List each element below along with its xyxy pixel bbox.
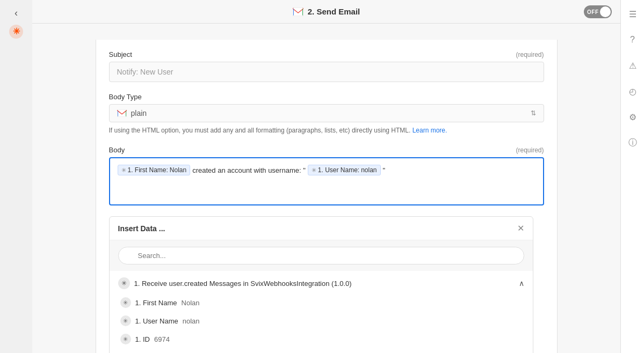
show-all-options-link[interactable]: Show all options (118, 348, 173, 353)
warning-icon[interactable]: ⚠ (625, 58, 640, 73)
close-icon[interactable]: ✕ (517, 223, 524, 233)
body-label: Body (109, 146, 125, 154)
item-key-3: 1. ID (135, 335, 150, 343)
item-key-1: 1. First Name (135, 299, 177, 307)
body-type-label-row: Body Type (109, 93, 544, 101)
body-type-help: If using the HTML option, you must add a… (109, 126, 544, 135)
search-box-wrap: 🔍 (110, 240, 533, 271)
toggle-knob (600, 6, 611, 17)
item-asterisk-1: ✳ (120, 297, 131, 308)
item-value-2: nolan (183, 317, 200, 325)
item-value-1: Nolan (182, 299, 200, 307)
insert-data-panel: Insert Data ... ✕ 🔍 ✳ 1. Receive user.cr… (109, 216, 533, 353)
body-label-row: Body (required) (109, 146, 544, 154)
data-item-id[interactable]: ✳ 1. ID 6974 (118, 330, 524, 348)
item-asterisk-3: ✳ (120, 334, 131, 344)
body-type-field: Body Type plain ⇅ If using the HTML opti… (109, 93, 544, 135)
header-title-area: 2. Send Email (293, 7, 360, 16)
main-content: 2. Send Email OFF Subject (required) Not… (32, 0, 620, 353)
body-end-text: " (383, 166, 386, 174)
item-key-2: 1. User Name (135, 317, 178, 325)
info-icon[interactable]: ⓘ (625, 135, 640, 150)
subject-placeholder: Notify: New User (117, 68, 173, 76)
data-section-title: ✳ 1. Receive user.created Messages in Sv… (118, 277, 352, 289)
data-item-username[interactable]: ✳ 1. User Name nolan (118, 312, 524, 330)
first-name-token: ✳ 1. First Name: Nolan (118, 165, 191, 175)
token2-asterisk: ✳ (312, 167, 316, 174)
toggle-switch[interactable]: OFF (584, 5, 612, 18)
search-input[interactable] (118, 247, 524, 264)
body-textarea[interactable]: ✳ 1. First Name: Nolan created an accoun… (109, 157, 544, 205)
data-section: ✳ 1. Receive user.created Messages in Sv… (110, 271, 533, 353)
page-title: 2. Send Email (308, 7, 360, 16)
subject-input[interactable]: Notify: New User (109, 62, 544, 82)
username-token: ✳ 1. User Name: nolan (308, 165, 381, 175)
subject-required: (required) (516, 51, 544, 58)
select-arrows-icon: ⇅ (531, 109, 536, 117)
insert-data-header: Insert Data ... ✕ (110, 217, 533, 240)
form-area: Subject (required) Notify: New User Body… (96, 40, 558, 353)
body-content: ✳ 1. First Name: Nolan created an accoun… (118, 165, 386, 175)
token1-label: 1. First Name: (128, 166, 168, 174)
right-sidebar: ☰ ? ⚠ ◴ ⚙ ⓘ (620, 0, 644, 353)
subject-field: Subject (required) Notify: New User (109, 50, 544, 82)
subject-label-row: Subject (required) (109, 50, 544, 58)
settings-icon[interactable]: ⚙ (625, 109, 640, 124)
gmail-icon (293, 8, 303, 16)
page-header: 2. Send Email OFF (32, 0, 620, 24)
token1-value: Nolan (170, 166, 186, 174)
subject-label: Subject (109, 50, 132, 58)
section-asterisk-icon: ✳ (118, 277, 130, 289)
left-sidebar: ‹ ✳ (0, 0, 32, 353)
brand-logo: ✳ (9, 24, 24, 41)
search-wrap: 🔍 (118, 247, 524, 264)
section-name: 1. Receive user.created Messages in Svix… (134, 280, 352, 288)
toggle-label: OFF (587, 9, 599, 15)
body-type-left: plain (117, 109, 147, 117)
help-icon[interactable]: ? (625, 32, 640, 47)
help-text-content: If using the HTML option, you must add a… (109, 127, 411, 134)
body-required: (required) (516, 146, 544, 154)
svg-text:✳: ✳ (13, 27, 20, 36)
svg-rect-3 (117, 109, 127, 117)
insert-data-title: Insert Data ... (118, 224, 165, 233)
token2-label: 1. User Name: (318, 166, 359, 174)
body-type-label: Body Type (109, 93, 142, 101)
body-middle-text: created an account with username: " (192, 166, 306, 174)
clock-icon[interactable]: ◴ (625, 84, 640, 99)
back-button[interactable]: ‹ (15, 8, 18, 19)
item-value-3: 6974 (154, 335, 170, 343)
menu-icon[interactable]: ☰ (625, 6, 640, 21)
item-asterisk-2: ✳ (120, 315, 131, 326)
body-type-select[interactable]: plain ⇅ (109, 104, 544, 122)
learn-more-link[interactable]: Learn more. (413, 127, 447, 134)
gmail-icon-small (117, 109, 127, 117)
chevron-up-icon: ∧ (519, 279, 524, 288)
token1-asterisk: ✳ (121, 167, 126, 174)
body-type-value: plain (131, 109, 147, 117)
data-item-firstname[interactable]: ✳ 1. First Name Nolan (118, 293, 524, 312)
body-field: Body (required) ✳ 1. First Name: Nolan c… (109, 146, 544, 205)
toggle-area: OFF (584, 5, 612, 18)
token2-value: nolan (361, 166, 377, 174)
data-section-header[interactable]: ✳ 1. Receive user.created Messages in Sv… (118, 271, 524, 293)
